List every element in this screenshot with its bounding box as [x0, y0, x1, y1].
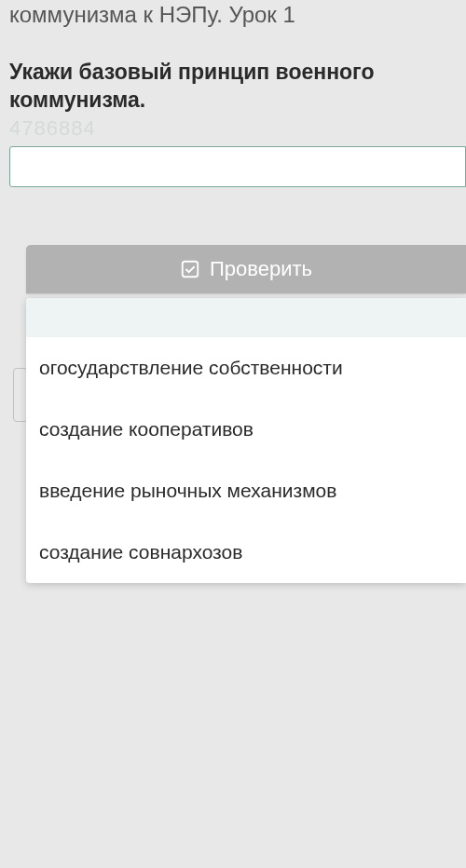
dropdown-panel: огосударствление собственности создание … — [26, 298, 466, 583]
check-button-label: Проверить — [210, 257, 312, 281]
answer-input[interactable] — [9, 146, 466, 187]
page-title: коммунизма к НЭПу. Урок 1 — [0, 0, 466, 34]
dropdown-item[interactable]: создание кооперативов — [26, 399, 466, 460]
dropdown-item[interactable]: огосударствление собственности — [26, 337, 466, 399]
check-button[interactable]: Проверить — [26, 245, 466, 293]
check-icon — [180, 259, 200, 279]
watermark-text: 4786884 — [0, 115, 466, 141]
question-text: Укажи базовый принцип военного коммунизм… — [0, 34, 466, 115]
dropdown-item[interactable]: введение рыночных механизмов — [26, 460, 466, 522]
svg-rect-0 — [183, 262, 199, 278]
dropdown-item[interactable]: создание совнархозов — [26, 522, 466, 583]
dropdown-header — [26, 298, 466, 337]
